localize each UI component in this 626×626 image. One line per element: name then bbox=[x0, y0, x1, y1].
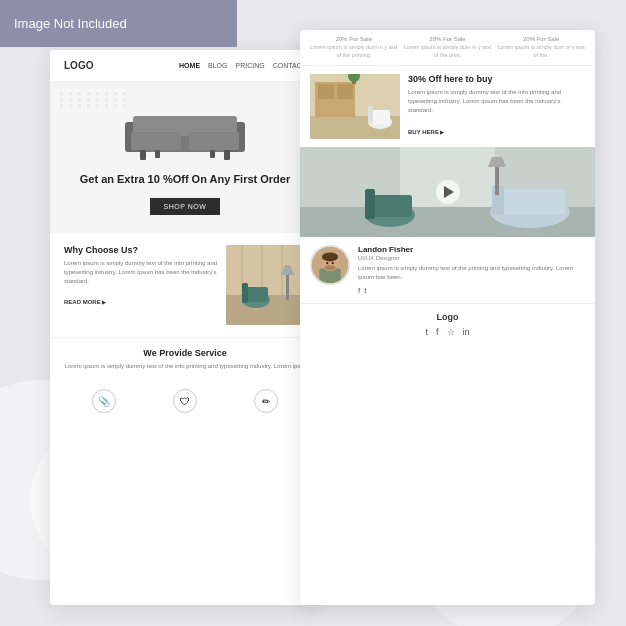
svg-rect-37 bbox=[495, 189, 565, 214]
team-avatar bbox=[310, 245, 350, 285]
offer-image bbox=[310, 74, 400, 139]
nav-pricing[interactable]: PRICING bbox=[236, 62, 265, 69]
svg-rect-25 bbox=[318, 84, 334, 99]
svg-rect-9 bbox=[210, 150, 215, 158]
social-facebook[interactable]: f bbox=[358, 286, 360, 295]
image-not-included-banner: Image Not Included bbox=[0, 0, 237, 47]
svg-rect-18 bbox=[242, 283, 248, 303]
right-page: 20% For Sale Lorem ipsum is simply dum m… bbox=[300, 30, 595, 605]
left-nav: LOGO HOME BLOG PRICING CONTACT bbox=[50, 50, 320, 82]
team-section: Landon Fisher UI/UX Designer Lorem ipsum… bbox=[300, 237, 595, 303]
left-page: LOGO HOME BLOG PRICING CONTACT bbox=[50, 50, 320, 605]
card-3-desc: Lorem ipsum is simply dum m y text of th… bbox=[497, 44, 585, 59]
service-heading: We Provide Service bbox=[64, 348, 306, 358]
play-button[interactable] bbox=[436, 180, 460, 204]
social-twitter[interactable]: t bbox=[364, 286, 366, 295]
logo: LOGO bbox=[64, 60, 93, 71]
edit-icon: ✏ bbox=[254, 389, 278, 413]
top-card-3: 20% For Sale Lorem ipsum is simply dum m… bbox=[497, 36, 585, 59]
service-section: We Provide Service Lorem ipsum is simply… bbox=[50, 337, 320, 381]
svg-rect-7 bbox=[224, 150, 230, 160]
buy-here-link[interactable]: BUY HERE bbox=[408, 129, 444, 135]
read-more-link[interactable]: READ MORE bbox=[64, 299, 106, 305]
why-body: Lorem ipsum is simply dummy text of the … bbox=[64, 259, 218, 286]
nav-blog[interactable]: BLOG bbox=[208, 62, 227, 69]
shop-now-button[interactable]: SHOP NOW bbox=[150, 198, 221, 215]
banner-text: Image Not Included bbox=[14, 16, 127, 31]
hero-section: Get an Extra 10 %Off On Any First Order … bbox=[50, 82, 320, 233]
footer-twitter[interactable]: t bbox=[425, 327, 428, 337]
footer-logo: Logo bbox=[310, 312, 585, 322]
why-image bbox=[226, 245, 306, 325]
svg-rect-26 bbox=[337, 84, 353, 99]
svg-rect-42 bbox=[495, 167, 499, 195]
top-card-1: 20% For Sale Lorem ipsum is simply dum m… bbox=[310, 36, 398, 59]
card-1-desc: Lorem ipsum is simply dum m y text of th… bbox=[310, 44, 398, 59]
service-body: Lorem ipsum is simply dummy text of the … bbox=[64, 362, 306, 371]
card-1-title: 20% For Sale bbox=[310, 36, 398, 42]
play-icon bbox=[444, 186, 454, 198]
why-text: Why Choose Us? Lorem ipsum is simply dum… bbox=[64, 245, 218, 325]
svg-point-49 bbox=[326, 262, 328, 264]
svg-point-47 bbox=[322, 253, 338, 262]
offer-heading: 30% Off here to buy bbox=[408, 74, 585, 84]
sofa-image bbox=[115, 94, 255, 164]
offer-text: 30% Off here to buy Lorem ipsum is simpl… bbox=[408, 74, 585, 138]
footer-facebook[interactable]: f bbox=[436, 327, 439, 337]
nav-home[interactable]: HOME bbox=[179, 62, 200, 69]
svg-rect-4 bbox=[131, 132, 181, 150]
team-info: Landon Fisher UI/UX Designer Lorem ipsum… bbox=[358, 245, 585, 295]
nav-links: HOME BLOG PRICING CONTACT bbox=[179, 62, 306, 69]
team-role: UI/UX Designer bbox=[358, 255, 585, 261]
svg-point-50 bbox=[332, 262, 334, 264]
service-icon-2: 🛡 bbox=[173, 389, 197, 413]
service-icons-row: 📎 🛡 ✏ bbox=[50, 381, 320, 421]
why-choose-section: Why Choose Us? Lorem ipsum is simply dum… bbox=[50, 233, 320, 337]
footer-linkedin[interactable]: in bbox=[463, 327, 470, 337]
service-icon-1: 📎 bbox=[92, 389, 116, 413]
card-2-desc: Lorem ipsum is simply dum m y text of th… bbox=[404, 44, 492, 59]
card-3-title: 20% For Sale bbox=[497, 36, 585, 42]
svg-rect-29 bbox=[368, 106, 373, 124]
offer-section: 30% Off here to buy Lorem ipsum is simpl… bbox=[300, 66, 595, 147]
svg-rect-6 bbox=[140, 150, 146, 160]
card-2-title: 20% For Sale bbox=[404, 36, 492, 42]
svg-rect-41 bbox=[365, 189, 375, 219]
right-footer: Logo t f ☆ in bbox=[300, 303, 595, 345]
svg-rect-5 bbox=[189, 132, 239, 150]
top-card-2: 20% For Sale Lorem ipsum is simply dum m… bbox=[404, 36, 492, 59]
team-social: f t bbox=[358, 286, 585, 295]
shield-icon: 🛡 bbox=[173, 389, 197, 413]
svg-rect-19 bbox=[286, 275, 289, 300]
why-heading: Why Choose Us? bbox=[64, 245, 218, 255]
footer-social-links: t f ☆ in bbox=[310, 327, 585, 337]
footer-instagram[interactable]: ☆ bbox=[447, 327, 455, 337]
svg-rect-8 bbox=[155, 150, 160, 158]
team-bio: Lorem ipsum is simply dummy text of the … bbox=[358, 264, 585, 282]
svg-point-48 bbox=[325, 265, 336, 270]
service-icon-3: ✏ bbox=[254, 389, 278, 413]
svg-rect-15 bbox=[281, 245, 283, 295]
top-cards-section: 20% For Sale Lorem ipsum is simply dum m… bbox=[300, 30, 595, 66]
offer-body: Lorem ipsum is simply dummy text of the … bbox=[408, 88, 585, 115]
paperclip-icon: 📎 bbox=[92, 389, 116, 413]
video-section bbox=[300, 147, 595, 237]
team-name: Landon Fisher bbox=[358, 245, 585, 254]
hero-title: Get an Extra 10 %Off On Any First Order bbox=[62, 172, 308, 187]
